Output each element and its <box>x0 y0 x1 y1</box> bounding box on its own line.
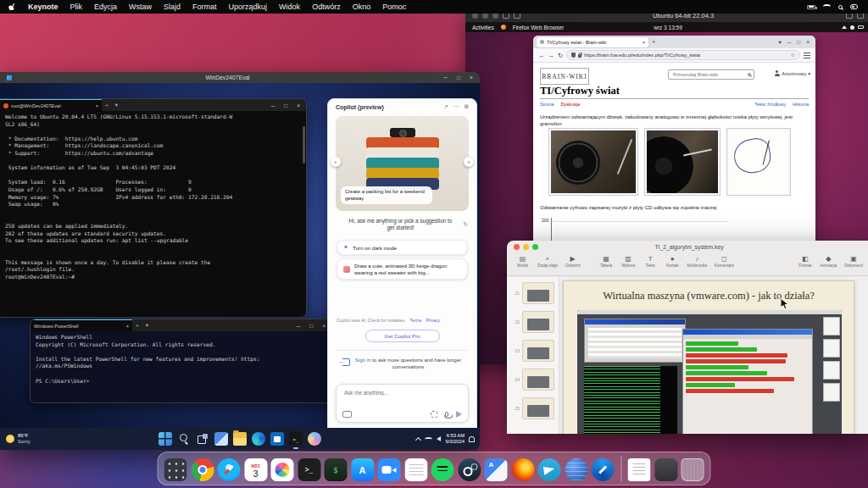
safari-icon[interactable] <box>218 458 241 481</box>
search-icon[interactable] <box>748 73 751 76</box>
slide-thumbnail[interactable]: 25 <box>511 397 554 419</box>
wiki-search-input[interactable] <box>671 71 746 78</box>
powershell-tab[interactable]: Windows PowerShell × <box>31 319 132 331</box>
mic-icon[interactable] <box>445 412 448 417</box>
refresh-icon[interactable]: ↻ <box>463 221 468 228</box>
current-slide[interactable]: Wirtualna maszyna (vmware.com) - jak to … <box>563 280 854 434</box>
menu-plik[interactable]: Plik <box>64 3 89 11</box>
more-icon[interactable]: ⋯ <box>453 103 459 110</box>
terminal-titlebar[interactable]: root@WinDev2407Eval: × + ▾ ─ □ × <box>0 99 306 111</box>
powershell-titlebar[interactable]: Windows PowerShell × + ▾ ─ □ × <box>31 319 331 331</box>
wiki-search[interactable] <box>668 69 754 80</box>
privacy-link[interactable]: Privacy <box>426 318 440 323</box>
menu-pomoc[interactable]: Pomoc <box>376 3 412 11</box>
minimize-icon[interactable]: ─ <box>443 75 448 80</box>
wiki-user-menu[interactable]: Anonimowy ▾ <box>774 70 810 76</box>
compass-browser-icon[interactable] <box>592 458 615 481</box>
sign-in-link[interactable]: Sign in <box>355 357 371 363</box>
app-menu[interactable]: Firefox Web Browser <box>513 25 565 30</box>
powershell-body[interactable]: Windows PowerShell Copyright (C) Microso… <box>31 331 331 402</box>
menu-okno[interactable]: Okno <box>347 3 377 11</box>
tab-close-icon[interactable]: × <box>96 103 98 108</box>
toolbar-shape-button[interactable]: ●Kształt <box>665 255 680 268</box>
slide-thumbnail[interactable]: 22 <box>511 311 554 333</box>
toolbar-add-slide-button[interactable]: +Dodaj slajd <box>537 255 558 268</box>
terminal-icon[interactable]: >_ <box>298 458 320 481</box>
keynote-titlebar[interactable]: TI_2_algorytm_system.key <box>507 241 868 253</box>
turntable-photo-1[interactable] <box>548 128 638 196</box>
steam-icon[interactable] <box>458 458 481 481</box>
bookmark-star-icon[interactable]: ☆ <box>790 52 795 58</box>
tab-close-icon[interactable]: × <box>126 324 129 329</box>
battery-icon[interactable] <box>807 5 815 9</box>
store-button[interactable] <box>270 432 284 446</box>
link-tekst-zrodlowy[interactable]: Tekst źródłowy <box>754 102 786 107</box>
toolbar-comment-button[interactable]: ◻Komentarz <box>715 255 734 268</box>
translate-icon[interactable]: A <box>485 458 508 481</box>
suggestion-dark-mode[interactable]: ✦ Turn on dark mode <box>337 240 468 255</box>
toolbar-chart-button[interactable]: ▥Wykres <box>621 255 636 268</box>
send-icon[interactable] <box>456 411 462 418</box>
slide-thumbnail[interactable]: 21 <box>511 282 554 304</box>
activities-button[interactable]: Activities <box>472 25 494 30</box>
tracking-shield-icon[interactable] <box>571 53 576 58</box>
terminal-button[interactable]: >_ <box>289 432 303 446</box>
window-minimize-icon[interactable]: ─ <box>787 39 792 45</box>
taskbar-clock[interactable]: 6:53 AM 9/3/2024 <box>445 433 465 446</box>
window-close-icon[interactable]: × <box>806 39 810 45</box>
menu-wstaw[interactable]: Wstaw <box>123 3 158 11</box>
wifi-icon[interactable] <box>823 4 831 9</box>
suggestion-draw-dragon[interactable]: Draw a cute, animated 3D beige dragon we… <box>337 258 468 280</box>
downloads-stack-icon[interactable] <box>654 458 677 481</box>
slide-thumbnail[interactable]: 24 <box>511 369 554 391</box>
wiki-logo[interactable]: BRAIN-WIKI <box>540 68 589 85</box>
file-explorer-button[interactable] <box>233 432 247 446</box>
browser-tab[interactable]: TI/Cyfrowy świat - Brain-wiki × <box>537 37 648 47</box>
reload-icon[interactable]: ↻ <box>558 52 563 59</box>
carousel-prev-button[interactable]: ‹ <box>331 157 341 167</box>
recent-document-icon[interactable] <box>628 458 651 481</box>
wifi-icon[interactable] <box>425 437 432 441</box>
maximize-icon[interactable]: □ <box>309 323 313 329</box>
toolbar-text-button[interactable]: TTekst <box>643 255 658 268</box>
chrome-icon[interactable] <box>191 458 214 481</box>
task-view-button[interactable] <box>196 432 209 446</box>
firefox-icon[interactable] <box>511 458 534 481</box>
tray-chevron-icon[interactable] <box>415 436 421 442</box>
menu-odtworz[interactable]: Odtwórz <box>306 3 347 11</box>
volume-icon[interactable] <box>437 436 441 441</box>
slide-thumbnail[interactable]: 23 <box>511 340 554 362</box>
toolbar-view-button[interactable]: ▤Widok <box>515 255 530 268</box>
gnome-system-tray[interactable] <box>842 25 864 30</box>
terminal-tab[interactable]: root@WinDev2407Eval: × <box>0 99 102 111</box>
start-button[interactable] <box>159 432 172 446</box>
app-store-icon[interactable]: A <box>351 458 374 481</box>
toolbar-format-button[interactable]: ◧Format <box>798 255 812 268</box>
calendar-icon[interactable]: WRZ 3 <box>244 458 267 481</box>
minimize-button[interactable] <box>523 244 529 250</box>
sign-in-row[interactable]: Sign in to ask more questions and have l… <box>340 357 465 370</box>
link-historia[interactable]: Historia <box>793 102 809 107</box>
hamburger-menu-icon[interactable] <box>804 53 810 58</box>
maximize-icon[interactable]: □ <box>284 103 287 108</box>
telegram-icon[interactable] <box>538 458 561 481</box>
forward-icon[interactable]: → <box>548 52 555 59</box>
search-button[interactable] <box>177 432 191 446</box>
window-maximize-icon[interactable]: □ <box>797 39 800 45</box>
globe-icon[interactable] <box>565 458 587 481</box>
close-button[interactable] <box>514 244 520 250</box>
copilot-input[interactable] <box>342 389 462 396</box>
tab-dropdown-icon[interactable]: ▾ <box>142 322 152 329</box>
gif-icon[interactable] <box>342 411 352 418</box>
copilot-button[interactable] <box>308 432 321 446</box>
windows-vm-titlebar[interactable]: WinDev2407Eval ─ □ × <box>0 72 480 83</box>
close-icon[interactable]: × <box>322 323 326 329</box>
new-tab-icon[interactable]: + <box>102 103 112 108</box>
dev-terminal-icon[interactable]: $ <box>325 458 348 481</box>
menu-edycja[interactable]: Edycja <box>88 3 123 11</box>
textedit-icon[interactable] <box>404 458 427 481</box>
terms-link[interactable]: Terms <box>410 318 422 323</box>
new-tab-button[interactable]: + <box>652 39 655 45</box>
terminal-body[interactable]: Welcome to Ubuntu 20.04.4 LTS (GNU/Linux… <box>0 111 306 317</box>
tab-close-icon[interactable]: × <box>643 40 645 45</box>
